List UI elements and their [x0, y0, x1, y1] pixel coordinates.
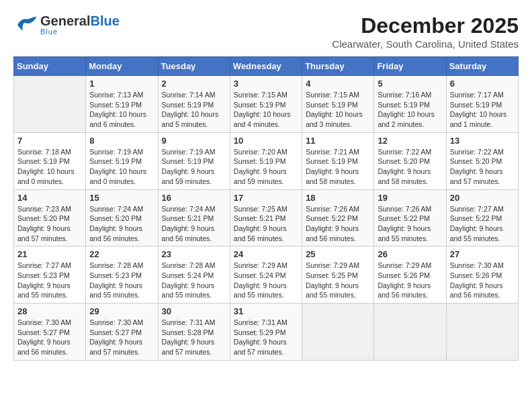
- day-number: 30: [162, 306, 226, 316]
- day-info: Sunrise: 7:17 AM Sunset: 5:19 PM Dayligh…: [450, 90, 515, 130]
- month-title: December 2025: [332, 13, 519, 38]
- day-number: 25: [306, 249, 370, 259]
- col-header-monday: Monday: [86, 57, 158, 76]
- week-row-3: 14Sunrise: 7:23 AM Sunset: 5:20 PM Dayli…: [14, 189, 519, 246]
- day-info: Sunrise: 7:30 AM Sunset: 5:27 PM Dayligh…: [89, 318, 154, 357]
- day-info: Sunrise: 7:24 AM Sunset: 5:20 PM Dayligh…: [89, 204, 154, 244]
- day-info: Sunrise: 7:27 AM Sunset: 5:23 PM Dayligh…: [17, 261, 82, 300]
- calendar-cell: 20Sunrise: 7:27 AM Sunset: 5:22 PM Dayli…: [446, 189, 518, 246]
- day-number: 13: [450, 136, 515, 146]
- calendar-cell: 28Sunrise: 7:30 AM Sunset: 5:27 PM Dayli…: [14, 304, 86, 361]
- logo-bird-icon: [13, 15, 38, 34]
- week-row-1: 1Sunrise: 7:13 AM Sunset: 5:19 PM Daylig…: [14, 76, 519, 133]
- day-number: 22: [89, 249, 154, 259]
- calendar-cell: 3Sunrise: 7:15 AM Sunset: 5:19 PM Daylig…: [230, 76, 302, 133]
- calendar-cell: 10Sunrise: 7:20 AM Sunset: 5:19 PM Dayli…: [230, 132, 302, 189]
- calendar-cell: [302, 304, 374, 361]
- day-number: 9: [162, 136, 226, 146]
- day-info: Sunrise: 7:26 AM Sunset: 5:22 PM Dayligh…: [306, 204, 370, 244]
- col-header-thursday: Thursday: [302, 57, 374, 76]
- logo: GeneralBlue Blue: [13, 13, 120, 36]
- day-info: Sunrise: 7:21 AM Sunset: 5:19 PM Dayligh…: [306, 147, 370, 187]
- day-info: Sunrise: 7:31 AM Sunset: 5:28 PM Dayligh…: [162, 318, 226, 357]
- day-number: 15: [89, 193, 154, 203]
- day-info: Sunrise: 7:22 AM Sunset: 5:20 PM Dayligh…: [378, 147, 442, 187]
- day-number: 8: [89, 136, 154, 146]
- calendar-cell: 27Sunrise: 7:30 AM Sunset: 5:26 PM Dayli…: [446, 246, 518, 304]
- day-number: 20: [450, 193, 515, 203]
- logo-text-block: GeneralBlue Blue: [40, 13, 120, 36]
- calendar-cell: 16Sunrise: 7:24 AM Sunset: 5:21 PM Dayli…: [158, 189, 230, 246]
- location-label: Clearwater, South Carolina, United State…: [332, 38, 519, 50]
- day-info: Sunrise: 7:30 AM Sunset: 5:27 PM Dayligh…: [17, 318, 82, 357]
- day-info: Sunrise: 7:14 AM Sunset: 5:19 PM Dayligh…: [162, 90, 226, 130]
- day-number: 19: [378, 193, 442, 203]
- day-info: Sunrise: 7:27 AM Sunset: 5:22 PM Dayligh…: [450, 204, 515, 244]
- day-info: Sunrise: 7:31 AM Sunset: 5:29 PM Dayligh…: [234, 318, 298, 357]
- calendar-cell: 24Sunrise: 7:29 AM Sunset: 5:24 PM Dayli…: [230, 246, 302, 304]
- day-number: 17: [234, 193, 298, 203]
- day-number: 31: [234, 306, 298, 316]
- day-info: Sunrise: 7:15 AM Sunset: 5:19 PM Dayligh…: [234, 90, 298, 130]
- day-number: 28: [17, 306, 82, 316]
- day-info: Sunrise: 7:15 AM Sunset: 5:19 PM Dayligh…: [306, 90, 370, 130]
- col-header-sunday: Sunday: [14, 57, 86, 76]
- calendar-table: SundayMondayTuesdayWednesdayThursdayFrid…: [13, 56, 519, 361]
- day-info: Sunrise: 7:22 AM Sunset: 5:20 PM Dayligh…: [450, 147, 515, 187]
- col-header-wednesday: Wednesday: [230, 57, 302, 76]
- calendar-header-row: SundayMondayTuesdayWednesdayThursdayFrid…: [14, 57, 519, 76]
- day-number: 26: [378, 249, 442, 259]
- day-info: Sunrise: 7:29 AM Sunset: 5:26 PM Dayligh…: [378, 261, 442, 300]
- day-info: Sunrise: 7:28 AM Sunset: 5:24 PM Dayligh…: [162, 261, 226, 300]
- week-row-5: 28Sunrise: 7:30 AM Sunset: 5:27 PM Dayli…: [14, 304, 519, 361]
- col-header-friday: Friday: [374, 57, 446, 76]
- day-number: 4: [306, 79, 370, 89]
- day-info: Sunrise: 7:19 AM Sunset: 5:19 PM Dayligh…: [162, 147, 226, 187]
- calendar-cell: 4Sunrise: 7:15 AM Sunset: 5:19 PM Daylig…: [302, 76, 374, 133]
- calendar-cell: 30Sunrise: 7:31 AM Sunset: 5:28 PM Dayli…: [158, 304, 230, 361]
- title-block: December 2025 Clearwater, South Carolina…: [332, 13, 519, 50]
- day-info: Sunrise: 7:20 AM Sunset: 5:19 PM Dayligh…: [234, 147, 298, 187]
- day-number: 24: [234, 249, 298, 259]
- calendar-cell: [374, 304, 446, 361]
- calendar-cell: 1Sunrise: 7:13 AM Sunset: 5:19 PM Daylig…: [86, 76, 158, 133]
- col-header-tuesday: Tuesday: [158, 57, 230, 76]
- day-number: 11: [306, 136, 370, 146]
- calendar-cell: 21Sunrise: 7:27 AM Sunset: 5:23 PM Dayli…: [14, 246, 86, 304]
- day-info: Sunrise: 7:13 AM Sunset: 5:19 PM Dayligh…: [89, 90, 154, 130]
- calendar-cell: 9Sunrise: 7:19 AM Sunset: 5:19 PM Daylig…: [158, 132, 230, 189]
- calendar-cell: 12Sunrise: 7:22 AM Sunset: 5:20 PM Dayli…: [374, 132, 446, 189]
- day-info: Sunrise: 7:18 AM Sunset: 5:19 PM Dayligh…: [17, 147, 82, 187]
- day-info: Sunrise: 7:26 AM Sunset: 5:22 PM Dayligh…: [378, 204, 442, 244]
- day-number: 3: [234, 79, 298, 89]
- calendar-cell: 8Sunrise: 7:19 AM Sunset: 5:19 PM Daylig…: [86, 132, 158, 189]
- day-number: 7: [17, 136, 82, 146]
- day-number: 2: [162, 79, 226, 89]
- calendar-cell: 22Sunrise: 7:28 AM Sunset: 5:23 PM Dayli…: [86, 246, 158, 304]
- calendar-cell: [14, 76, 86, 133]
- day-number: 6: [450, 79, 515, 89]
- calendar-cell: 11Sunrise: 7:21 AM Sunset: 5:19 PM Dayli…: [302, 132, 374, 189]
- day-info: Sunrise: 7:30 AM Sunset: 5:26 PM Dayligh…: [450, 261, 515, 300]
- col-header-saturday: Saturday: [446, 57, 518, 76]
- calendar-cell: 18Sunrise: 7:26 AM Sunset: 5:22 PM Dayli…: [302, 189, 374, 246]
- day-info: Sunrise: 7:29 AM Sunset: 5:25 PM Dayligh…: [306, 261, 370, 300]
- day-info: Sunrise: 7:25 AM Sunset: 5:21 PM Dayligh…: [234, 204, 298, 244]
- day-number: 12: [378, 136, 442, 146]
- calendar-cell: 19Sunrise: 7:26 AM Sunset: 5:22 PM Dayli…: [374, 189, 446, 246]
- day-number: 27: [450, 249, 515, 259]
- day-number: 29: [89, 306, 154, 316]
- calendar-cell: 6Sunrise: 7:17 AM Sunset: 5:19 PM Daylig…: [446, 76, 518, 133]
- day-number: 21: [17, 249, 82, 259]
- week-row-4: 21Sunrise: 7:27 AM Sunset: 5:23 PM Dayli…: [14, 246, 519, 304]
- day-number: 16: [162, 193, 226, 203]
- day-number: 1: [89, 79, 154, 89]
- day-info: Sunrise: 7:24 AM Sunset: 5:21 PM Dayligh…: [162, 204, 226, 244]
- logo-general: General: [40, 13, 90, 29]
- day-info: Sunrise: 7:16 AM Sunset: 5:19 PM Dayligh…: [378, 90, 442, 130]
- calendar-cell: 25Sunrise: 7:29 AM Sunset: 5:25 PM Dayli…: [302, 246, 374, 304]
- day-number: 23: [162, 249, 226, 259]
- day-info: Sunrise: 7:23 AM Sunset: 5:20 PM Dayligh…: [17, 204, 82, 244]
- calendar-cell: 7Sunrise: 7:18 AM Sunset: 5:19 PM Daylig…: [14, 132, 86, 189]
- day-number: 5: [378, 79, 442, 89]
